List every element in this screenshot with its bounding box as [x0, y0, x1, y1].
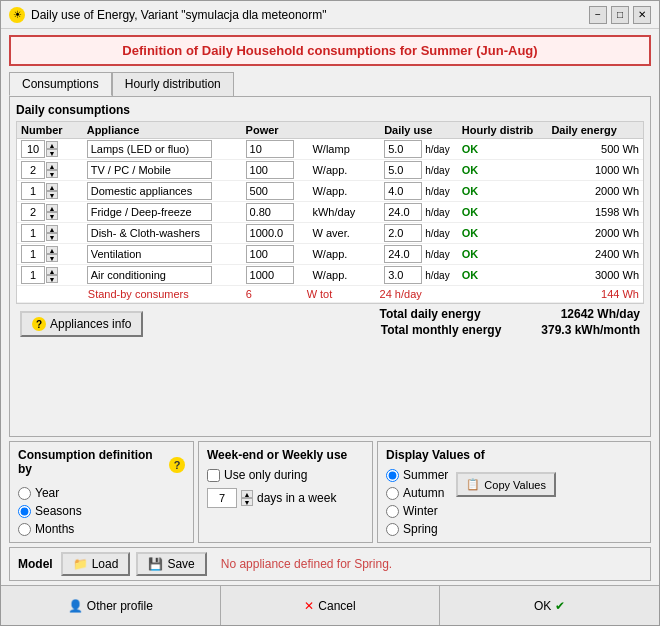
row-appliance[interactable] [83, 139, 242, 160]
row-power[interactable] [242, 181, 309, 202]
number-down-btn[interactable]: ▼ [46, 170, 58, 178]
standby-label: Stand-by consumers [88, 288, 189, 300]
days-up-button[interactable]: ▲ [241, 490, 253, 498]
ok-button[interactable]: OK ✔ [440, 586, 659, 625]
row-appliance[interactable] [83, 181, 242, 202]
row-number: ▲ ▼ [17, 139, 83, 160]
row-unit: W/app. [308, 265, 380, 286]
days-spinner: ▲ ▼ [241, 490, 253, 506]
use-unit: h/day [425, 228, 449, 239]
row-power[interactable] [242, 265, 309, 286]
row-unit: kWh/day [308, 202, 380, 223]
row-hourly: OK [458, 223, 548, 244]
row-power[interactable] [242, 223, 309, 244]
row-power[interactable] [242, 160, 309, 181]
table-row: ▲ ▼ W aver. h/day OK 2000 Wh [17, 223, 643, 244]
row-appliance[interactable] [83, 244, 242, 265]
row-hourly: OK [458, 181, 548, 202]
days-down-button[interactable]: ▼ [241, 498, 253, 506]
radio-year[interactable]: Year [18, 486, 185, 500]
appliances-info-area: ? Appliances info [20, 307, 143, 337]
number-down-btn[interactable]: ▼ [46, 191, 58, 199]
radio-months[interactable]: Months [18, 522, 185, 536]
help-icon[interactable]: ? [169, 457, 185, 473]
row-appliance[interactable] [83, 223, 242, 244]
cancel-button[interactable]: ✕ Cancel [221, 586, 441, 625]
days-label: days in a week [257, 491, 336, 505]
close-button[interactable]: ✕ [633, 6, 651, 24]
total-monthly-label: Total monthly energy [381, 323, 501, 337]
row-number: ▲ ▼ [17, 181, 83, 202]
display-options: Summer Autumn Winter Spring [386, 468, 448, 536]
row-hourly: OK [458, 265, 548, 286]
save-button[interactable]: 💾 Save [136, 552, 206, 576]
col-number: Number [17, 122, 83, 139]
total-monthly-value: 379.3 kWh/month [541, 323, 640, 337]
use-unit: h/day [425, 165, 449, 176]
row-daily-use[interactable]: h/day [380, 265, 458, 286]
row-power[interactable] [242, 202, 309, 223]
row-appliance[interactable] [83, 265, 242, 286]
row-daily-use[interactable]: h/day [380, 223, 458, 244]
header-text: Definition of Daily Household consumptio… [122, 43, 537, 58]
row-appliance[interactable] [83, 160, 242, 181]
number-up-btn[interactable]: ▲ [46, 141, 58, 149]
row-hourly: OK [458, 139, 548, 160]
maximize-button[interactable]: □ [611, 6, 629, 24]
row-daily-use[interactable]: h/day [380, 202, 458, 223]
days-input[interactable] [207, 488, 237, 508]
number-down-btn[interactable]: ▼ [46, 149, 58, 157]
number-down-btn[interactable]: ▼ [46, 233, 58, 241]
title-bar: ☀ Daily use of Energy, Variant "symulacj… [1, 1, 659, 29]
number-down-btn[interactable]: ▼ [46, 212, 58, 220]
number-up-btn[interactable]: ▲ [46, 162, 58, 170]
display-values-panel: Display Values of Summer Autumn Winter [377, 441, 651, 543]
row-daily-use[interactable]: h/day [380, 181, 458, 202]
number-up-btn[interactable]: ▲ [46, 183, 58, 191]
radio-seasons[interactable]: Seasons [18, 504, 185, 518]
row-power[interactable] [242, 244, 309, 265]
row-unit: W/app. [308, 181, 380, 202]
col-energy: Daily energy [547, 122, 643, 139]
radio-winter[interactable]: Winter [386, 504, 448, 518]
copy-values-button[interactable]: 📋 Copy Values [456, 472, 556, 497]
radio-spring[interactable]: Spring [386, 522, 448, 536]
table-row: ▲ ▼ W/app. h/day OK 3000 Wh [17, 265, 643, 286]
radio-summer[interactable]: Summer [386, 468, 448, 482]
total-daily-value: 12642 Wh/day [561, 307, 640, 321]
row-number: ▲ ▼ [17, 202, 83, 223]
number-down-btn[interactable]: ▼ [46, 275, 58, 283]
number-down-btn[interactable]: ▼ [46, 254, 58, 262]
load-button[interactable]: 📁 Load [61, 552, 131, 576]
consumption-def-title: Consumption definition by [18, 448, 165, 476]
cancel-icon: ✕ [304, 599, 314, 613]
use-unit: h/day [425, 249, 449, 260]
other-profile-button[interactable]: 👤 Other profile [1, 586, 221, 625]
window-title: Daily use of Energy, Variant "symulacja … [31, 8, 589, 22]
use-only-during-checkbox[interactable] [207, 469, 220, 482]
use-only-during-option: Use only during [207, 468, 364, 482]
row-daily-use[interactable]: h/day [380, 139, 458, 160]
number-up-btn[interactable]: ▲ [46, 246, 58, 254]
row-unit: W/app. [308, 160, 380, 181]
save-icon: 💾 [148, 557, 163, 571]
row-appliance[interactable] [83, 202, 242, 223]
row-hourly: OK [458, 160, 548, 181]
minimize-button[interactable]: − [589, 6, 607, 24]
appliances-info-button[interactable]: ? Appliances info [20, 311, 143, 337]
standby-unit: W tot [307, 288, 333, 300]
row-daily-use[interactable]: h/day [380, 160, 458, 181]
tab-consumptions[interactable]: Consumptions [9, 72, 112, 96]
number-up-btn[interactable]: ▲ [46, 204, 58, 212]
tab-hourly-distribution[interactable]: Hourly distribution [112, 72, 234, 96]
use-unit: h/day [425, 186, 449, 197]
table-row: ▲ ▼ kWh/day h/day OK 1598 Wh [17, 202, 643, 223]
daily-consumptions-title: Daily consumptions [16, 103, 644, 117]
number-up-btn[interactable]: ▲ [46, 267, 58, 275]
number-up-btn[interactable]: ▲ [46, 225, 58, 233]
row-daily-use[interactable]: h/day [380, 244, 458, 265]
row-power[interactable] [242, 139, 309, 160]
col-unit [308, 122, 380, 139]
title-bar-buttons: − □ ✕ [589, 6, 651, 24]
radio-autumn[interactable]: Autumn [386, 486, 448, 500]
